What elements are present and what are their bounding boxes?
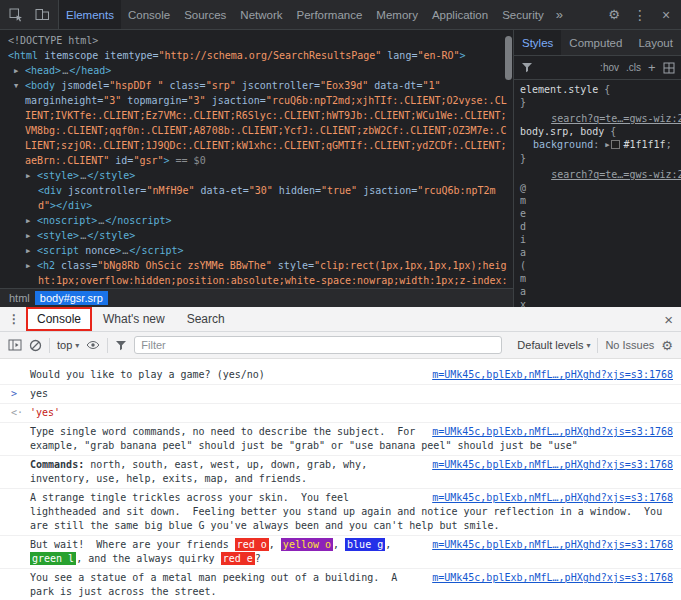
dom-tree-row[interactable]: ▶<noscript>…</noscript>: [0, 213, 513, 228]
sidebar-tab-computed[interactable]: Computed: [561, 30, 630, 55]
top-tab-memory[interactable]: Memory: [369, 0, 425, 29]
console-styled-text: yellow o: [281, 538, 333, 551]
element-classes-button[interactable]: .cls: [626, 62, 641, 73]
syntax-token: d": [38, 200, 50, 211]
css-property-name[interactable]: background: [533, 139, 593, 150]
sidebar-tab-layout[interactable]: Layout: [630, 30, 681, 55]
device-toolbar-icon[interactable]: [29, 2, 55, 28]
dom-tree-row[interactable]: ▼<body jsmodel="hspDDf " class="srp" jsc…: [0, 78, 513, 93]
dom-tree-row[interactable]: VM8bg:.CLIENT;qqf0n:.CLIENT;A8708b:.CLIE…: [0, 123, 513, 138]
dom-tree-row[interactable]: ▶<h2 class="bNg8Rb OhScic zsYMMe BBwThe"…: [0, 258, 513, 273]
top-tab-console[interactable]: Console: [121, 0, 177, 29]
javascript-context-dropdown[interactable]: top ▾: [57, 339, 79, 351]
syntax-token: <div: [38, 185, 62, 196]
expand-arrow-icon[interactable]: ▶: [26, 259, 37, 274]
default-levels-dropdown[interactable]: Default levels ▾: [517, 339, 590, 351]
close-drawer-icon[interactable]: ×: [664, 311, 673, 328]
toggle-element-state-button[interactable]: :hov: [600, 62, 619, 73]
top-tab-security[interactable]: Security: [495, 0, 551, 29]
stylesheet-source-link[interactable]: search?q=te…=gws-wiz:22: [551, 169, 681, 180]
expand-arrow-icon[interactable]: ▶: [26, 244, 37, 259]
console-source-link[interactable]: m=UMk45c,bplExb,nMfL…,pHXghd?xjs=s3:1768: [432, 368, 673, 382]
drawer-menu-icon[interactable]: ⋮: [8, 312, 20, 326]
dom-tree-row[interactable]: <!DOCTYPE html>: [0, 33, 513, 48]
grid-editor-icon[interactable]: [663, 62, 675, 74]
console-filter-input[interactable]: Filter: [134, 336, 502, 354]
styles-filter-icon[interactable]: [521, 62, 533, 73]
console-source-link[interactable]: m=UMk45c,bplExb,nMfL…,pHXghd?xjs=s3:1768: [432, 571, 673, 585]
breadcrumb-item-html[interactable]: html: [4, 291, 35, 305]
css-selector[interactable]: element.style: [520, 84, 598, 95]
inline-expand-button[interactable]: …: [79, 230, 87, 241]
more-tabs-icon[interactable]: »: [551, 0, 568, 29]
css-rule-header: element.style {: [520, 83, 681, 96]
close-devtools-icon[interactable]: ×: [653, 2, 679, 28]
expand-arrow-icon[interactable]: ▶: [26, 214, 37, 229]
dom-tree-row[interactable]: <html itemscope itemtype="http://schema.…: [0, 48, 513, 63]
expand-arrow-icon[interactable]: ▶: [26, 169, 37, 184]
expand-arrow-icon[interactable]: ▼: [14, 79, 25, 94]
top-tab-application[interactable]: Application: [425, 0, 495, 29]
syntax-token: "Eox39d": [320, 80, 368, 91]
shorthand-expand-icon[interactable]: ▶: [605, 141, 609, 149]
filter-placeholder: Filter: [141, 339, 165, 351]
console-source-link[interactable]: m=UMk45c,bplExb,nMfL…,pHXghd?xjs=s3:1768: [432, 458, 673, 472]
expand-arrow-icon[interactable]: ▶: [14, 64, 25, 79]
inline-expand-button[interactable]: …: [79, 170, 87, 181]
syntax-token: data-dt=: [368, 80, 422, 91]
dom-tree-row[interactable]: ▶<script nonce>…</script>: [0, 243, 513, 258]
media-query-text: a: [520, 246, 681, 259]
console-source-link[interactable]: m=UMk45c,bplExb,nMfL…,pHXghd?xjs=s3:1768: [432, 491, 673, 505]
console-settings-icon[interactable]: ⚙: [661, 338, 673, 353]
sidebar-tab-styles[interactable]: Styles: [514, 30, 561, 55]
syntax-token: hidden=: [273, 185, 321, 196]
console-source-link[interactable]: m=UMk45c,bplExb,nMfL…,pHXghd?xjs=s3:1768: [432, 538, 673, 552]
inline-expand-button[interactable]: …: [61, 65, 69, 76]
top-tab-performance[interactable]: Performance: [290, 0, 370, 29]
dom-tree-row[interactable]: <div jscontroller="nMfH9e" data-et="30" …: [0, 183, 513, 198]
top-tab-network[interactable]: Network: [233, 0, 289, 29]
dom-tree-row[interactable]: marginheight="3" topmargin="3" jsaction=…: [0, 93, 513, 108]
css-property-value[interactable]: #1f1f1f: [623, 139, 665, 150]
syntax-token: jsmodel=: [55, 80, 109, 91]
syntax-token: "srp": [206, 80, 236, 91]
console-sidebar-icon[interactable]: [8, 339, 22, 351]
issues-counter[interactable]: No Issues: [605, 339, 654, 351]
console-source-link[interactable]: m=UMk45c,bplExb,nMfL…,pHXghd?xjs=s3:1768: [432, 425, 673, 439]
live-expression-eye-icon[interactable]: [86, 338, 100, 352]
drawer-tab-what-s-new[interactable]: What's new: [94, 309, 174, 329]
console-filter-icon[interactable]: [115, 340, 127, 351]
breadcrumb-item-body-gsr-srp[interactable]: body#gsr.srp: [35, 291, 108, 305]
css-selector[interactable]: body.srp, body: [520, 126, 604, 137]
css-property-row[interactable]: background: ▶#1f1f1f;: [520, 138, 681, 152]
open-brace: {: [598, 84, 610, 95]
stylesheet-source-link[interactable]: search?q=te…=gws-wiz:22: [551, 113, 681, 124]
console-message: >yes: [0, 385, 681, 404]
dom-tree-row[interactable]: IENT;IVKTfe:.CLIENT;Ez7VMc:.CLIENT;R6Sly…: [0, 108, 513, 123]
dom-tree-row[interactable]: ▶<style>…</style>: [0, 228, 513, 243]
top-tab-sources[interactable]: Sources: [177, 0, 233, 29]
syntax-token: aeBrn:.CLIENT": [25, 155, 109, 166]
dom-tree-row[interactable]: d"></div>: [0, 198, 513, 213]
more-menu-icon[interactable]: ⋮: [627, 2, 653, 28]
dom-tree-row[interactable]: ▶<style>…</style>: [0, 168, 513, 183]
drawer-tab-search[interactable]: Search: [178, 309, 234, 329]
dom-tree-row[interactable]: LIENT;szjOR:.CLIENT;1J9QDc:.CLIENT;kW1xh…: [0, 138, 513, 153]
dom-tree-row[interactable]: ht:1px;overflow:hidden;position:absolute…: [0, 273, 513, 288]
syntax-token: <style>: [37, 230, 79, 241]
color-swatch-icon[interactable]: [611, 140, 620, 149]
new-style-rule-button[interactable]: +: [648, 61, 656, 74]
settings-gear-icon[interactable]: ⚙: [601, 2, 627, 28]
top-tab-elements[interactable]: Elements: [59, 0, 121, 29]
expand-arrow-icon[interactable]: ▶: [26, 229, 37, 244]
console-text: ,: [269, 539, 281, 550]
clear-console-icon[interactable]: [29, 339, 42, 352]
syntax-token: "clip:rect(1px,1px,1px,1px);heig: [314, 260, 507, 271]
syntax-token: "gsr": [133, 155, 163, 166]
dom-tree-row[interactable]: ▶<head>…</head>: [0, 63, 513, 78]
drawer-tab-console[interactable]: Console: [28, 309, 90, 329]
elements-scrollbar[interactable]: [505, 36, 512, 80]
media-query-text: d: [520, 220, 681, 233]
dom-tree-row[interactable]: aeBrn:.CLIENT" id="gsr"> == $0: [0, 153, 513, 168]
inspect-element-icon[interactable]: [3, 2, 29, 28]
